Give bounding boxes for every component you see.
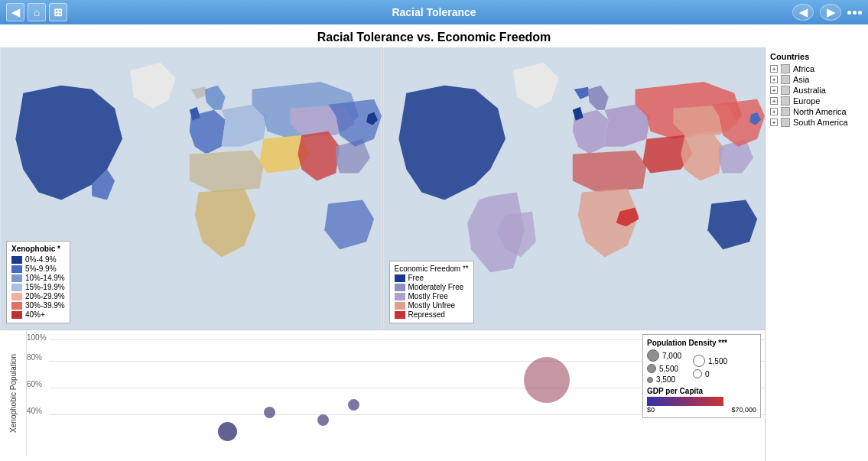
scatter-dot-medium-1[interactable] [218, 422, 237, 441]
sidebar-item-south-america[interactable]: + South America [770, 118, 863, 127]
eco-label-3: Mostly Free [408, 292, 448, 300]
title-bar-left: ◀ ⌂ ⊞ [6, 3, 67, 21]
eco-legend-title: Economic Freedom ** [395, 265, 469, 273]
gdp-labels: $0 $70,000 [647, 406, 756, 414]
xeno-legend: Xenophobic * 0%-4.9% 5%-9.9% 10%-14.9% [6, 241, 70, 323]
eco-row-2: Moderately Free [395, 283, 469, 291]
eco-color-5 [395, 311, 405, 319]
y-tick-100: 100% [27, 333, 47, 342]
bottom-chart: Xenophobic Population 100% 80% 60% 40% [0, 330, 765, 456]
title-bar-right: ◀ ▶ [792, 4, 862, 21]
xeno-row-5: 20%-29.9% [11, 292, 65, 300]
pop-size-1500: 1,500 [693, 355, 727, 367]
sidebar-item-europe[interactable]: + Europe [770, 96, 863, 106]
eco-color-3 [395, 293, 405, 300]
xeno-legend-title: Xenophobic * [11, 245, 65, 253]
add-button[interactable]: ⊞ [49, 3, 67, 21]
pop-circle-7000 [647, 349, 659, 362]
home-button[interactable]: ⌂ [28, 3, 46, 21]
xeno-label-1: 0%-4.9% [25, 255, 57, 264]
xeno-label-5: 20%-29.9% [25, 292, 65, 300]
gdp-title: GDP per Capita [647, 387, 756, 395]
eco-label-5: Repressed [408, 310, 445, 319]
pop-label-0: 0 [705, 370, 710, 378]
eco-row-5: Repressed [395, 310, 469, 319]
pop-circle-0 [693, 369, 702, 378]
y-tick-80: 80% [27, 353, 42, 362]
eco-row-1: Free [395, 274, 469, 282]
xeno-color-3 [11, 274, 22, 282]
nav-back-button[interactable]: ◀ [792, 4, 814, 21]
africa-color [781, 64, 790, 73]
right-map: Economic Freedom ** Free Moderately Free… [383, 47, 766, 330]
upper-maps: Xenophobic * 0%-4.9% 5%-9.9% 10%-14.9% [0, 47, 765, 330]
pop-circle-1500 [693, 355, 705, 367]
pop-density-rows: 7,000 5,500 3,500 [647, 349, 756, 384]
australia-color [781, 86, 790, 95]
scatter-dot-small-3[interactable] [317, 414, 329, 426]
pop-circle-3500 [647, 377, 653, 383]
pop-size-5500: 5,500 [647, 364, 681, 373]
sidebar-item-asia[interactable]: + Asia [770, 75, 863, 84]
eco-color-1 [395, 274, 405, 282]
left-map: Xenophobic * 0%-4.9% 5%-9.9% 10%-14.9% [0, 47, 383, 330]
xeno-row-3: 10%-14.9% [11, 274, 65, 282]
expand-africa[interactable]: + [770, 65, 778, 73]
y-axis-label: Xenophobic Population [9, 354, 18, 433]
xeno-row-7: 40%+ [11, 310, 65, 319]
xeno-color-1 [11, 256, 22, 264]
pop-label-5500: 5,500 [659, 365, 678, 373]
right-sidebar: Countries + Africa + Asia + Australia + … [765, 47, 868, 461]
sidebar-item-australia[interactable]: + Australia [770, 86, 863, 95]
xeno-row-1: 0%-4.9% [11, 255, 65, 264]
app-title: Racial Tolerance [392, 6, 476, 18]
eco-row-4: Mostly Unfree [395, 301, 469, 310]
pop-density-title: Population Density *** [647, 339, 756, 347]
europe-color [781, 96, 790, 106]
sidebar-item-africa[interactable]: + Africa [770, 64, 863, 73]
asia-label: Asia [793, 75, 809, 84]
xeno-label-2: 5%-9.9% [25, 265, 57, 273]
pop-size-3500: 3,500 [647, 375, 681, 384]
xeno-label-3: 10%-14.9% [25, 274, 65, 282]
pop-density-right: 1,500 0 [693, 355, 727, 378]
expand-south-america[interactable]: + [770, 118, 778, 126]
africa-label: Africa [793, 64, 814, 73]
nav-forward-button[interactable]: ▶ [820, 4, 841, 21]
y-tick-40: 40% [27, 407, 42, 415]
xeno-color-7 [11, 311, 22, 319]
maps-container: Xenophobic * 0%-4.9% 5%-9.9% 10%-14.9% [0, 47, 765, 461]
eco-color-2 [395, 284, 405, 291]
scatter-dot-small-1[interactable] [264, 407, 275, 418]
scatter-dot-small-2[interactable] [348, 399, 359, 411]
south-america-color [781, 118, 790, 127]
pop-label-7000: 7,000 [662, 352, 681, 360]
pop-density-legend-box: Population Density *** 7,000 5,500 [642, 334, 761, 418]
maps-row: Xenophobic * 0%-4.9% 5%-9.9% 10%-14.9% [0, 47, 868, 461]
xeno-row-2: 5%-9.9% [11, 265, 65, 273]
expand-australia[interactable]: + [770, 86, 778, 94]
chart-title: Racial Tolerance vs. Economic Freedom [0, 24, 868, 47]
y-tick-60: 60% [27, 380, 42, 388]
expand-europe[interactable]: + [770, 97, 778, 105]
sidebar-item-north-america[interactable]: + North America [770, 107, 863, 116]
main-content: Racial Tolerance vs. Economic Freedom [0, 24, 868, 461]
eco-label-2: Moderately Free [408, 283, 464, 291]
pop-density-left: 7,000 5,500 3,500 [647, 349, 681, 384]
europe-label: Europe [793, 96, 820, 106]
pop-circle-5500 [647, 364, 656, 373]
xeno-color-6 [11, 302, 22, 310]
back-arrow-button[interactable]: ◀ [6, 3, 24, 21]
xeno-label-7: 40%+ [25, 310, 45, 319]
north-america-label: North America [793, 107, 847, 116]
expand-north-america[interactable]: + [770, 108, 778, 115]
pop-size-7000: 7,000 [647, 349, 681, 362]
australia-label: Australia [793, 86, 826, 95]
eco-color-4 [395, 302, 405, 310]
scatter-dot-large[interactable] [524, 357, 570, 403]
expand-asia[interactable]: + [770, 76, 778, 83]
bottom-left: Xenophobic Population [0, 330, 27, 456]
more-options-button[interactable] [847, 11, 862, 15]
gdp-min: $0 [647, 406, 655, 414]
xeno-row-6: 30%-39.9% [11, 301, 65, 310]
